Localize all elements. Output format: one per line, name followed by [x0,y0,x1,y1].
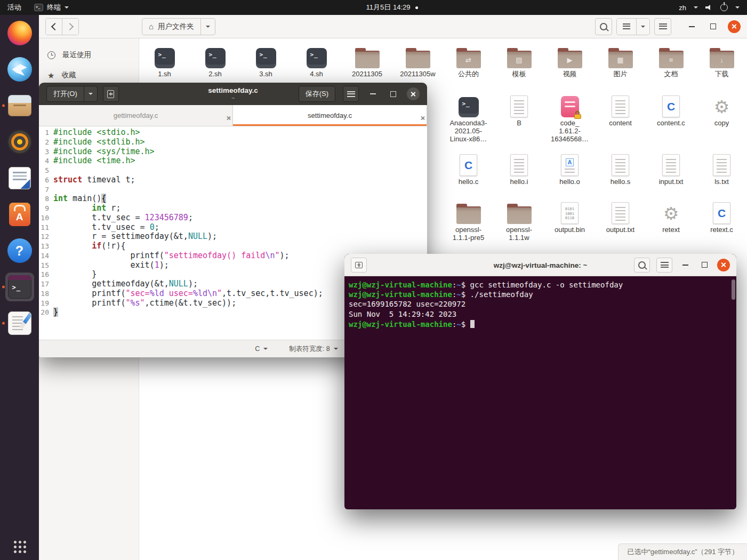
scrollbar-thumb[interactable] [732,279,735,300]
file-item[interactable]: >_2.sh [190,44,240,78]
new-document-button[interactable] [103,86,119,102]
file-item[interactable]: output.txt [595,199,646,234]
notification-dot-icon [415,6,418,9]
minimize-icon [682,265,688,266]
clock-button[interactable]: 11月5日 14:29 [366,0,419,15]
dock-item-ubuntu-software[interactable]: A [7,202,33,227]
app-menu[interactable]: >_ 终端 [29,0,74,15]
dock-item-media-player[interactable] [7,129,33,155]
file-item[interactable]: >_Anaconda3-2021.05-Linux-x86… [443,93,494,143]
terminal-window: wzj@wzj-virtual-machine: ~ wzj@wzj-virtu… [344,254,736,509]
terminal-cursor [470,320,475,328]
file-item[interactable]: code_1.61.2-16346568… [544,93,595,143]
chevron-down-icon [735,6,740,9]
file-item[interactable]: >_4.sh [291,44,342,78]
file-item[interactable]: ▤模板 [494,44,544,78]
file-item[interactable]: ↓下载 [696,44,747,78]
file-item[interactable]: ls.txt [696,151,747,186]
system-status-area[interactable]: zh [679,0,747,15]
line-number: 6 [39,175,49,185]
file-item[interactable]: Chello.c [443,151,494,186]
terminal-body[interactable]: wzj@wzj-virtual-machine:~$ gcc settimeof… [344,276,736,509]
file-item[interactable]: hello.i [494,151,544,186]
tab-gettimeofday[interactable]: gettimeofday.c [39,105,233,126]
file-name: hello.c [443,178,494,186]
line-number: 12 [39,232,49,242]
code-line: 6struct timeval t; [39,175,427,185]
activities-button[interactable]: 活动 [0,0,29,15]
terminal-header-right [634,258,730,273]
firefox-icon [7,21,32,45]
hamburger-icon [347,91,355,97]
file-item[interactable]: 20211305 [342,44,392,78]
file-item[interactable]: Ccontent.c [646,93,696,127]
file-name: hello.i [494,178,544,186]
file-name: input.txt [646,178,696,186]
file-item[interactable]: ⚙copy [696,93,747,127]
tab-width-selector[interactable]: 制表符宽度: 8 [289,345,338,354]
terminal-line: wzj@wzj-virtual-machine:~$ [349,319,731,329]
dock-item-thunderbird[interactable] [7,57,33,82]
open-recent-button[interactable] [84,86,97,101]
file-name: 模板 [494,70,544,78]
terminal-scrollbar[interactable] [732,278,736,506]
dock-item-help[interactable]: ? [7,238,33,263]
dock-item-text-editor[interactable] [7,310,33,336]
shell-script-icon: >_ [256,48,276,68]
chevron-down-icon [334,348,338,350]
file-item[interactable]: Cretext.c [696,199,747,234]
save-button[interactable]: 保存(S) [299,86,335,102]
binary-file-icon: 0101 1001 0110 [561,202,579,224]
editor-close-button[interactable] [407,87,420,100]
file-item[interactable]: openssl-1.1.1w [494,199,544,242]
file-item[interactable]: 0101 1001 0110output.bin [544,199,595,234]
open-button[interactable]: 打开(O) [47,86,84,101]
terminal-minimize-button[interactable] [679,259,692,271]
file-item[interactable]: B [494,93,544,127]
terminal-close-button[interactable] [717,259,730,271]
file-name: retext.c [696,226,747,234]
file-item[interactable]: content [595,93,646,127]
help-icon: ? [7,238,32,263]
file-item[interactable]: >_1.sh [139,44,190,78]
file-item[interactable]: ▶视频 [544,44,595,78]
dock-item-libreoffice-writer[interactable] [7,165,33,191]
file-item[interactable]: 20211305w [392,44,443,78]
new-tab-button[interactable] [351,258,367,273]
file-name: retext [646,226,696,234]
editor-menu-button[interactable] [343,86,359,102]
file-name: 1.sh [139,70,190,78]
file-item[interactable]: ≡文档 [646,44,696,78]
folder-icon: ▦ [608,48,633,68]
editor-maximize-button[interactable] [387,87,399,100]
code-line: 4#include <time.h> [39,156,427,166]
show-applications-button[interactable] [13,540,27,554]
dock-item-firefox[interactable] [7,20,33,46]
terminal-menu-button[interactable] [656,258,672,273]
terminal-line: wzj@wzj-virtual-machine:~$ gcc settimeof… [349,280,731,290]
media-player-icon [7,130,32,154]
file-item[interactable]: >_3.sh [240,44,291,78]
file-name: 公共的 [443,70,494,78]
file-item[interactable]: input.txt [646,151,696,186]
file-item[interactable]: openssl-1.1.1-pre5 [443,199,494,242]
terminal-search-button[interactable] [634,258,650,273]
editor-minimize-button[interactable] [366,87,379,100]
folder-icon: ▶ [558,48,582,68]
file-item[interactable]: ⇄公共的 [443,44,494,78]
line-number: 9 [39,204,49,213]
file-item[interactable]: hello.s [595,151,646,186]
text-file-icon [510,95,528,117]
tab-settimeofday[interactable]: settimeofday.c [233,105,427,126]
line-number: 14 [39,251,49,261]
file-item[interactable]: Ahello.o [544,151,595,186]
emblem-templates-icon: ▤ [516,57,522,63]
code-line: 12 r = settimeofday(&t,NULL); [39,232,427,242]
terminal-maximize-button[interactable] [698,259,711,271]
language-selector[interactable]: C [255,345,268,353]
dock-item-terminal[interactable]: >_ [7,274,33,300]
dock-item-files[interactable] [7,93,33,118]
file-item[interactable]: ▦图片 [595,44,646,78]
input-language-indicator[interactable]: zh [679,4,686,12]
file-item[interactable]: ⚙retext [646,199,696,234]
